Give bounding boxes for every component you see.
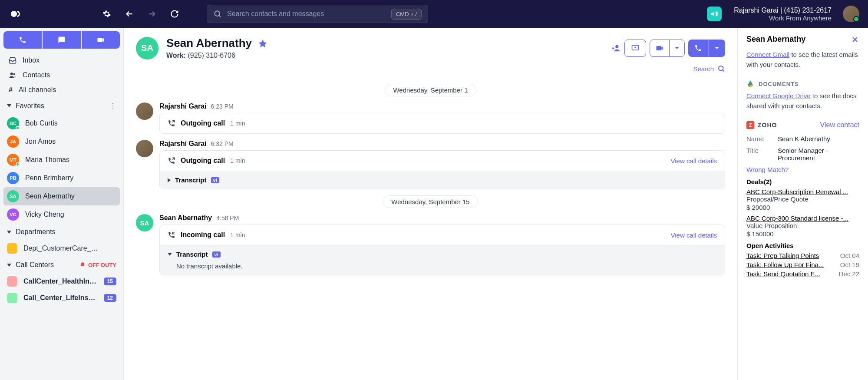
user-info[interactable]: Rajarshi Garai | (415) 231-2617 Work Fro…: [734, 7, 832, 22]
bell-off-icon: [79, 262, 86, 268]
avatar: SA: [7, 190, 19, 202]
google-drive-icon: [746, 80, 754, 88]
chevron-down-icon[interactable]: [670, 40, 684, 56]
callcenters-header[interactable]: Call Centers OFF DUTY: [3, 257, 120, 273]
zoho-icon: Z: [746, 121, 754, 129]
svg-point-6: [719, 66, 723, 71]
sidebar-item-favorite[interactable]: BCBob Curtis: [3, 114, 120, 132]
message-button[interactable]: [43, 31, 81, 49]
hash-icon: #: [9, 86, 13, 94]
sidebar-item-favorite[interactable]: JAJon Amos: [3, 132, 120, 151]
favorite-name: Bob Curtis: [25, 119, 58, 127]
video-button[interactable]: [82, 31, 120, 49]
wrong-match-link[interactable]: Wrong Match?: [746, 166, 789, 173]
star-icon[interactable]: [258, 39, 267, 48]
dept-icon: [7, 243, 17, 254]
call-event: Rajarshi Garai6:32 PM Outgoing call1 min…: [136, 140, 725, 189]
people-icon: [9, 71, 17, 79]
avatar: [136, 140, 153, 157]
view-call-details[interactable]: View call details: [671, 231, 717, 239]
avatar: VC: [7, 208, 19, 221]
forward-icon: [144, 6, 160, 22]
activities-header: Open Activities: [746, 242, 859, 249]
sidebar-item-favorite[interactable]: SASean Abernathy: [3, 187, 120, 205]
nav-inbox[interactable]: Inbox: [3, 53, 120, 68]
transcript-toggle[interactable]: Transcriptvi: [168, 251, 717, 258]
chevron-down-icon[interactable]: [709, 40, 725, 57]
connect-gmail-link[interactable]: Connect Gmail: [746, 51, 789, 58]
gmail-connect: Connect Gmail to see the latest emails w…: [746, 50, 859, 69]
vi-badge: vi: [212, 251, 221, 258]
gear-icon[interactable]: [99, 6, 115, 22]
sidebar-item-favorite[interactable]: MTMaria Thomas: [3, 151, 120, 169]
user-avatar[interactable]: [843, 6, 859, 22]
off-duty-badge: OFF DUTY: [79, 262, 116, 268]
nav-contacts[interactable]: Contacts: [3, 68, 120, 83]
connect-gdrive-link[interactable]: Connect Google Drive: [746, 92, 811, 99]
avatar: PB: [7, 172, 19, 184]
avatar: BC: [7, 117, 19, 129]
favorites-header[interactable]: Favorites⋮: [3, 97, 120, 114]
app-logo[interactable]: [9, 6, 24, 22]
call-event: SA Sean Abernathy4:58 PM Incoming call1 …: [136, 214, 725, 275]
chevron-down-icon: [7, 264, 11, 267]
gdrive-connect: Connect Google Drive to see the docs sha…: [746, 91, 859, 111]
count-badge: 15: [104, 278, 116, 285]
sidebar-item-favorite[interactable]: PBPenn Brimberry: [3, 169, 120, 187]
transcript-toggle[interactable]: Transcriptvi: [168, 176, 717, 184]
deals-header: Deals(2): [746, 178, 859, 185]
search-input[interactable]: [227, 10, 386, 18]
favorite-name: Penn Brimberry: [25, 174, 73, 182]
inbox-icon: [9, 56, 17, 64]
sidebar-item-callcenter[interactable]: Call_Center_LifeInsur...12: [3, 290, 120, 306]
avatar: SA: [136, 214, 153, 231]
task-date: Dec 22: [838, 270, 859, 278]
deal-stage: Proposal/Price Quote: [746, 195, 859, 203]
chevron-down-icon: [7, 231, 11, 234]
avatar: [136, 102, 153, 120]
megaphone-icon[interactable]: [707, 7, 722, 21]
task-link[interactable]: Task: Prep Talking Points: [746, 252, 819, 259]
sidebar-item-favorite[interactable]: VCVicky Cheng: [3, 205, 120, 224]
add-contact-icon[interactable]: [611, 43, 621, 53]
call-event: Rajarshi Garai6:23 PM Outgoing call1 min: [136, 102, 725, 134]
conversation-search[interactable]: Search: [124, 63, 737, 78]
outgoing-call-icon: [168, 157, 175, 165]
deal-link[interactable]: ABC Corp-300 Standard license -...: [746, 215, 859, 222]
close-icon[interactable]: [851, 35, 859, 44]
outgoing-call-icon: [168, 119, 175, 127]
view-call-details[interactable]: View call details: [671, 157, 717, 165]
dept-name: Dept_CustomerCare_RGC...: [23, 245, 99, 252]
departments-header[interactable]: Departments: [3, 224, 120, 240]
back-icon[interactable]: [122, 6, 137, 22]
callcenter-icon: [7, 293, 17, 303]
chevron-down-icon: [168, 253, 172, 256]
search-icon: [213, 10, 222, 18]
vi-badge: vi: [211, 177, 219, 183]
incoming-call-icon: [168, 231, 175, 239]
refresh-icon[interactable]: [167, 6, 182, 22]
search-icon: [717, 65, 725, 73]
task-link[interactable]: Task: Follow Up For Fina...: [746, 261, 824, 268]
sidebar-item-callcenter[interactable]: CallCenter_HealthIns...15: [3, 273, 120, 290]
favorite-name: Maria Thomas: [25, 156, 69, 164]
deal-stage: Value Proposition: [746, 222, 859, 229]
task-link[interactable]: Task: Send Quotation E...: [746, 270, 820, 278]
sidebar-item-department[interactable]: Dept_CustomerCare_RGC...: [3, 240, 120, 257]
deal-link[interactable]: ABC Corp-Subscription Renewal ...: [746, 188, 859, 195]
details-panel: Sean Abernathy Connect Gmail to see the …: [738, 28, 868, 380]
more-icon[interactable]: ⋮: [109, 102, 116, 110]
share-screen-button[interactable]: [624, 40, 646, 57]
task-date: Oct 19: [840, 261, 859, 268]
phone-call-button[interactable]: [688, 40, 725, 57]
view-contact-link[interactable]: View contact: [820, 121, 859, 129]
chevron-down-icon: [7, 104, 11, 107]
deal-amount: $ 20000: [746, 204, 859, 211]
video-call-button[interactable]: [650, 40, 685, 57]
nav-channels[interactable]: #All channels: [3, 83, 120, 97]
deal-amount: $ 150000: [746, 230, 859, 238]
search-bar[interactable]: CMD + /: [207, 5, 428, 23]
callcenter-name: CallCenter_HealthIns...: [23, 278, 98, 285]
call-button[interactable]: [3, 31, 42, 49]
transcript-text: No transcript available.: [168, 262, 717, 270]
